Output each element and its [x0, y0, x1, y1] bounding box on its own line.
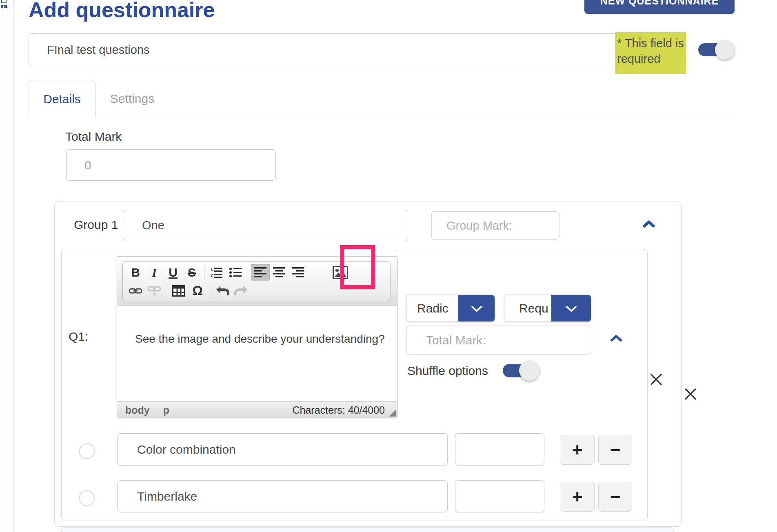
question-type-dropdown-button[interactable] — [458, 295, 495, 322]
link-icon — [129, 287, 142, 295]
add-option-button[interactable]: + — [560, 482, 595, 512]
group-collapse-button[interactable] — [640, 217, 658, 231]
tab-settings[interactable]: Settings — [95, 80, 169, 117]
element-path[interactable]: body p — [125, 404, 169, 416]
add-option-button[interactable]: + — [560, 435, 595, 465]
align-right-icon — [292, 267, 304, 278]
align-left-icon — [254, 267, 266, 278]
option-radio[interactable] — [79, 443, 95, 459]
svg-text:2: 2 — [211, 273, 213, 278]
remove-question-button[interactable] — [648, 371, 664, 388]
redo-icon — [234, 286, 248, 296]
close-icon — [683, 387, 698, 401]
option-mark-input[interactable] — [455, 480, 544, 512]
sidebar-app-icon-part — [1, 5, 7, 8]
align-right-button[interactable] — [289, 264, 307, 281]
plus-icon: + — [572, 440, 583, 460]
required-value: Requ — [504, 295, 552, 321]
add-questionnaire-page: Add questionnaire NEW QUESTIONNAIRE * Th… — [0, 0, 777, 532]
italic-glyph: I — [152, 266, 157, 279]
toolbar-separator — [248, 266, 248, 279]
remove-option-button[interactable]: − — [598, 435, 632, 465]
bulleted-list-button[interactable] — [226, 264, 245, 281]
remove-group-button[interactable] — [682, 386, 699, 402]
option-text-input[interactable] — [117, 433, 448, 466]
questionnaire-name-input[interactable] — [29, 33, 617, 66]
tab-details-label: Details — [43, 92, 81, 106]
new-questionnaire-button-label: NEW QUESTIONNAIRE — [600, 0, 719, 7]
chevron-down-icon — [566, 306, 577, 312]
toolbar-separator — [204, 266, 204, 279]
required-dropdown-button[interactable] — [551, 295, 591, 322]
sidebar-app-icon[interactable] — [1, 0, 8, 9]
editor-status-bar: body p Characters: 40/4000 — [117, 401, 397, 418]
tab-settings-label: Settings — [110, 92, 154, 106]
group-label: Group 1 — [74, 218, 118, 232]
group-mark-input[interactable] — [431, 211, 559, 240]
sidebar-app-icon-part — [1, 0, 7, 3]
link-button[interactable] — [126, 282, 145, 299]
element-path-p[interactable]: p — [163, 404, 169, 416]
chevron-up-icon — [643, 220, 655, 228]
collapsed-sidebar — [0, 0, 14, 532]
undo-button[interactable] — [213, 282, 232, 299]
unlink-icon — [147, 286, 161, 296]
question-label: Q1: — [69, 330, 88, 344]
italic-button[interactable]: I — [145, 264, 164, 281]
align-left-button[interactable] — [251, 264, 270, 281]
total-mark-input[interactable] — [66, 149, 276, 181]
align-center-button[interactable] — [270, 264, 289, 281]
required-dropdown[interactable]: Requ — [504, 295, 591, 322]
toolbar-separator — [210, 284, 210, 298]
toggle-knob — [715, 40, 735, 60]
align-center-icon — [273, 267, 285, 278]
table-button[interactable] — [169, 282, 188, 299]
close-icon — [649, 372, 664, 387]
tab-details[interactable]: Details — [29, 80, 95, 117]
strikethrough-button[interactable]: S — [182, 264, 201, 281]
numbered-list-icon: 1 2 — [211, 267, 223, 278]
page-title: Add questionnaire — [29, 0, 215, 22]
question-text: See the image and describe your understa… — [135, 332, 385, 345]
question-text-editor[interactable]: See the image and describe your understa… — [117, 306, 397, 402]
group-name-input[interactable] — [124, 210, 408, 241]
undo-icon — [215, 286, 229, 296]
unlink-icon[interactable] — [145, 282, 164, 299]
total-mark-label: Total Mark — [65, 130, 122, 144]
image-button-highlight-annotation — [340, 245, 375, 289]
question-type-dropdown[interactable]: Radic — [406, 295, 495, 322]
chevron-up-icon — [610, 335, 622, 342]
svg-text:1: 1 — [211, 267, 213, 272]
option-text-input[interactable] — [117, 480, 448, 512]
character-counter: Characters: 40/4000 — [292, 404, 385, 416]
underline-button[interactable]: U — [164, 264, 182, 281]
next-question-collapsed-strip[interactable] — [61, 527, 674, 532]
toggle-knob — [519, 360, 539, 381]
bulleted-list-icon — [229, 267, 242, 278]
element-path-body[interactable]: body — [125, 404, 150, 416]
plus-icon: + — [572, 487, 583, 507]
strikethrough-glyph: S — [188, 266, 196, 279]
minus-icon: − — [610, 487, 621, 507]
question-total-mark-input[interactable] — [406, 326, 591, 355]
minus-icon: − — [610, 440, 621, 460]
numbered-list-button[interactable]: 1 2 — [207, 264, 226, 281]
option-mark-input[interactable] — [455, 433, 544, 466]
shuffle-options-label: Shuffle options — [407, 364, 488, 378]
option-radio[interactable] — [79, 490, 95, 506]
redo-icon-button[interactable] — [232, 282, 251, 299]
new-questionnaire-button[interactable]: NEW QUESTIONNAIRE — [584, 0, 735, 14]
question-collapse-button[interactable] — [607, 331, 625, 345]
underline-glyph: U — [169, 266, 178, 279]
omega-icon: Ω — [192, 283, 203, 298]
editor-resize-handle[interactable] — [389, 410, 396, 417]
tabs-divider — [95, 117, 735, 117]
chevron-down-icon — [471, 306, 482, 312]
remove-option-button[interactable]: − — [598, 482, 632, 512]
bold-glyph: B — [131, 266, 140, 279]
special-character-button[interactable]: Ω — [188, 282, 207, 299]
question-type-value: Radic — [406, 295, 459, 321]
table-icon — [172, 285, 185, 297]
required-field-tooltip: * This field is required — [615, 32, 686, 74]
bold-button[interactable]: B — [126, 264, 145, 281]
